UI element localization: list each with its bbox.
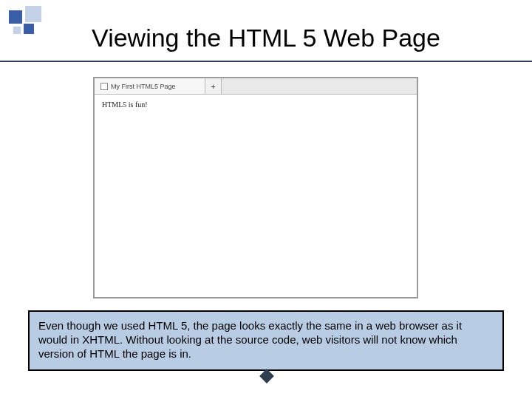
caption-text: Even though we used HTML 5, the page loo… bbox=[38, 319, 462, 360]
tab-title: My First HTML5 Page bbox=[111, 83, 176, 90]
page-icon bbox=[100, 83, 108, 90]
title-underline bbox=[0, 61, 532, 62]
browser-tab-bar: My First HTML5 Page + bbox=[95, 78, 417, 95]
caption-box: Even though we used HTML 5, the page loo… bbox=[28, 310, 504, 371]
deco-square bbox=[9, 10, 22, 24]
slide-title: Viewing the HTML 5 Web Page bbox=[0, 24, 532, 52]
browser-window: My First HTML5 Page + HTML5 is fun! bbox=[93, 77, 418, 299]
new-tab-button[interactable]: + bbox=[205, 78, 222, 94]
browser-content-area: HTML5 is fun! bbox=[95, 95, 417, 115]
page-body-text: HTML5 is fun! bbox=[102, 100, 148, 109]
deco-square bbox=[25, 6, 41, 22]
browser-tab[interactable]: My First HTML5 Page bbox=[95, 78, 205, 94]
